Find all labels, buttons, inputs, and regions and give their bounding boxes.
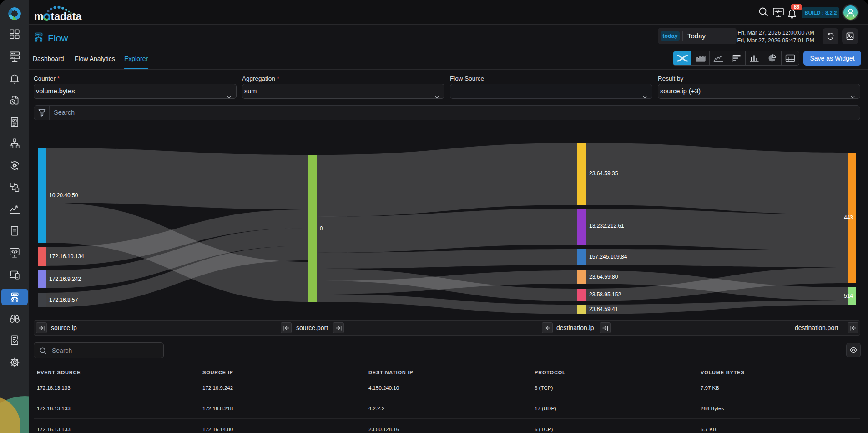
- svg-text:m: m: [34, 10, 43, 22]
- svg-text:172.16.8.57: 172.16.8.57: [49, 297, 78, 303]
- svg-text:157.245.109.84: 157.245.109.84: [589, 254, 627, 260]
- svg-text:514: 514: [844, 293, 853, 299]
- svg-text:172.16.10.134: 172.16.10.134: [49, 253, 84, 260]
- svg-text:172.16.9.242: 172.16.9.242: [49, 276, 81, 282]
- svg-text:23.64.59.35: 23.64.59.35: [589, 170, 618, 177]
- svg-text:23.64.59.41: 23.64.59.41: [589, 306, 618, 312]
- svg-text:0: 0: [320, 225, 323, 232]
- svg-text:23.58.95.152: 23.58.95.152: [589, 291, 621, 298]
- svg-text:443: 443: [844, 214, 853, 221]
- svg-text:10.20.40.50: 10.20.40.50: [49, 192, 78, 199]
- svg-text:tadata: tadata: [51, 10, 82, 22]
- svg-text:13.232.212.61: 13.232.212.61: [589, 223, 624, 229]
- svg-text:23.64.59.80: 23.64.59.80: [589, 274, 618, 280]
